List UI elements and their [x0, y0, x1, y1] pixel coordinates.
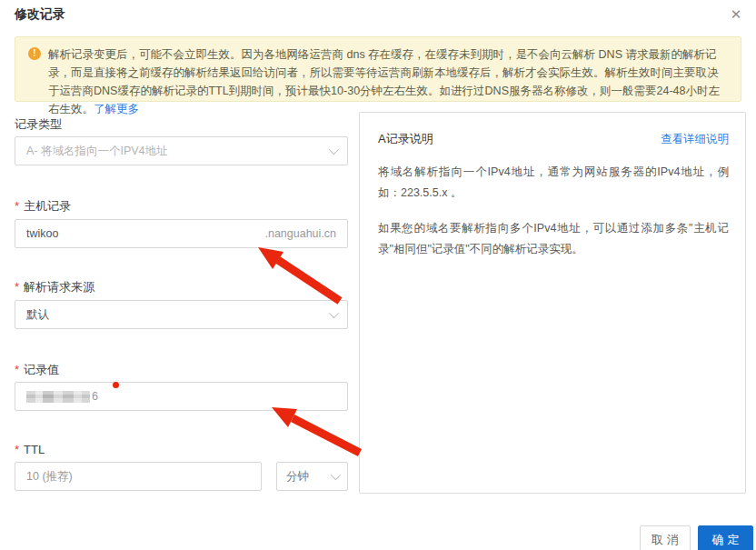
- record-type-select[interactable]: A- 将域名指向一个IPV4地址: [15, 136, 348, 165]
- host-record-label: 主机记录: [24, 199, 71, 213]
- record-type-field: 记录类型: [15, 115, 62, 133]
- line-select[interactable]: 默认: [15, 300, 348, 329]
- redacted-ip-mosaic: [26, 391, 90, 403]
- line-value: 默认: [26, 307, 322, 323]
- help-panel-title: A记录说明: [378, 131, 433, 147]
- annotation-arrow-record-value: [272, 407, 360, 453]
- notice-text: 解析记录变更后，可能不会立即生效。因为各地网络运营商 dns 存在缓存，在缓存未…: [48, 48, 720, 115]
- ttl-field: *TTL: [15, 441, 45, 457]
- record-value-input[interactable]: 6: [15, 382, 348, 411]
- record-help-panel: A记录说明 查看详细说明 将域名解析指向一个IPv4地址，通常为网站服务器的IP…: [359, 112, 746, 494]
- annotation-dot: [113, 382, 119, 388]
- cancel-button[interactable]: 取消: [640, 525, 691, 550]
- ttl-input[interactable]: 10 (推荐): [15, 462, 262, 491]
- close-icon[interactable]: ✕: [725, 4, 747, 25]
- help-paragraph: 将域名解析指向一个IPv4地址，通常为网站服务器的IPv4地址，例如：223.5…: [378, 162, 729, 204]
- ttl-value: 10 (推荐): [26, 469, 250, 485]
- confirm-button[interactable]: 确定: [698, 525, 753, 550]
- record-value-label: 记录值: [24, 363, 59, 376]
- view-details-link[interactable]: 查看详细说明: [661, 132, 729, 147]
- host-record-value: twikoo: [26, 227, 264, 240]
- record-value-field: *记录值: [15, 361, 59, 378]
- line-label: 解析请求来源: [24, 280, 94, 294]
- required-mark: *: [15, 199, 19, 213]
- required-mark: *: [15, 443, 19, 456]
- line-field: *解析请求来源: [15, 278, 94, 295]
- annotation-arrow-host-record: [258, 247, 340, 301]
- help-paragraph: 如果您的域名要解析指向多个IPv4地址，可以通过添加多条"主机记录"相同但"记录…: [378, 218, 729, 260]
- chevron-down-icon: [331, 470, 341, 480]
- record-type-label: 记录类型: [15, 117, 62, 131]
- learn-more-link[interactable]: 了解更多: [94, 103, 139, 115]
- record-value-visible: 6: [92, 390, 98, 403]
- host-record-input[interactable]: twikoo .nanguahui.cn: [15, 219, 348, 248]
- ttl-label: TTL: [24, 443, 45, 456]
- notice-body: 解析记录变更后，可能不会立即生效。因为各地网络运营商 dns 存在缓存，在缓存未…: [48, 48, 720, 115]
- chevron-down-icon: [329, 308, 339, 318]
- dialog-title: 修改记录: [15, 6, 65, 23]
- required-mark: *: [15, 363, 19, 376]
- chevron-down-icon: [329, 145, 339, 155]
- required-mark: *: [15, 280, 19, 294]
- domain-suffix: .nanguahui.cn: [264, 227, 336, 240]
- record-type-value: A- 将域名指向一个IPV4地址: [26, 144, 322, 159]
- host-record-field: *主机记录: [15, 197, 71, 215]
- warning-icon: !: [28, 47, 41, 60]
- ttl-unit-select[interactable]: 分钟: [276, 462, 348, 491]
- ttl-unit-value: 分钟: [286, 469, 323, 485]
- dns-cache-notice: ! 解析记录变更后，可能不会立即生效。因为各地网络运营商 dns 存在缓存，在缓…: [15, 36, 741, 102]
